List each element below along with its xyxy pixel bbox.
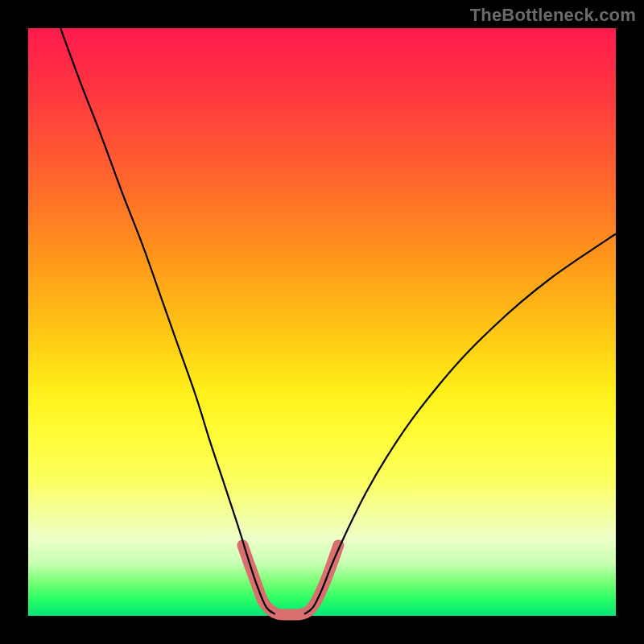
chart-frame: TheBottleneck.com [0,0,644,644]
chart-svg [28,28,616,616]
left-curve-path [60,28,275,614]
watermark-text: TheBottleneck.com [470,5,636,26]
valley-highlight-path [242,545,338,614]
right-curve-path [304,234,616,614]
